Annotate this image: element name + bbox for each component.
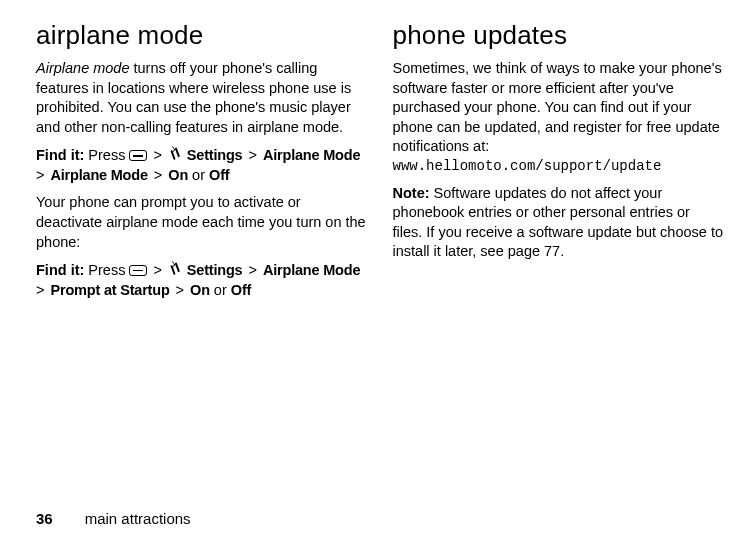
option-off: Off bbox=[231, 282, 251, 298]
menu-key-icon bbox=[129, 150, 147, 161]
page-footer: 36main attractions bbox=[36, 509, 191, 529]
nav-settings: Settings bbox=[183, 147, 242, 163]
airplane-intro: Airplane mode turns off your phone's cal… bbox=[36, 59, 367, 137]
content-columns: airplane mode Airplane mode turns off yo… bbox=[36, 18, 723, 308]
nav-settings: Settings bbox=[183, 262, 242, 278]
gt: > bbox=[170, 282, 191, 298]
section-title: main attractions bbox=[85, 510, 191, 527]
nav-airplane-mode: Airplane Mode bbox=[263, 147, 360, 163]
page-number: 36 bbox=[36, 510, 53, 527]
right-column: phone updates Sometimes, we think of way… bbox=[393, 18, 724, 308]
or-text: or bbox=[188, 167, 209, 183]
gt: > bbox=[148, 167, 169, 183]
updates-note: Note: Software updates do not affect you… bbox=[393, 184, 724, 262]
airplane-prompt-para: Your phone can prompt you to activate or… bbox=[36, 193, 367, 252]
term-airplane-mode: Airplane mode bbox=[36, 60, 130, 76]
find-it-label: Find it: bbox=[36, 262, 84, 278]
heading-airplane-mode: airplane mode bbox=[36, 18, 367, 53]
tools-icon bbox=[168, 147, 183, 162]
nav-prompt-startup: Prompt at Startup bbox=[51, 282, 170, 298]
find-it-airplane-toggle: Find it: Press > Settings > Airplane Mod… bbox=[36, 145, 367, 185]
gt: > bbox=[242, 147, 263, 163]
option-on: On bbox=[168, 167, 188, 183]
heading-phone-updates: phone updates bbox=[393, 18, 724, 53]
note-rest: Software updates do not affect your phon… bbox=[393, 185, 723, 260]
gt: > bbox=[147, 147, 168, 163]
gt: > bbox=[147, 262, 168, 278]
or-text: or bbox=[210, 282, 231, 298]
option-off: Off bbox=[209, 167, 229, 183]
nav-airplane-mode-sub: Airplane Mode bbox=[51, 167, 148, 183]
update-url: www.hellomoto.com/support/update bbox=[393, 157, 724, 176]
left-column: airplane mode Airplane mode turns off yo… bbox=[36, 18, 367, 308]
note-label: Note: bbox=[393, 185, 430, 201]
press-text: Press bbox=[84, 262, 129, 278]
nav-airplane-mode: Airplane Mode bbox=[263, 262, 360, 278]
find-it-prompt-startup: Find it: Press > Settings > Airplane Mod… bbox=[36, 260, 367, 300]
option-on: On bbox=[190, 282, 210, 298]
updates-intro: Sometimes, we think of ways to make your… bbox=[393, 59, 724, 176]
find-it-label: Find it: bbox=[36, 147, 84, 163]
menu-key-icon bbox=[129, 265, 147, 276]
gt: > bbox=[242, 262, 263, 278]
updates-intro-text: Sometimes, we think of ways to make your… bbox=[393, 60, 722, 154]
tools-icon bbox=[168, 262, 183, 277]
press-text: Press bbox=[84, 147, 129, 163]
